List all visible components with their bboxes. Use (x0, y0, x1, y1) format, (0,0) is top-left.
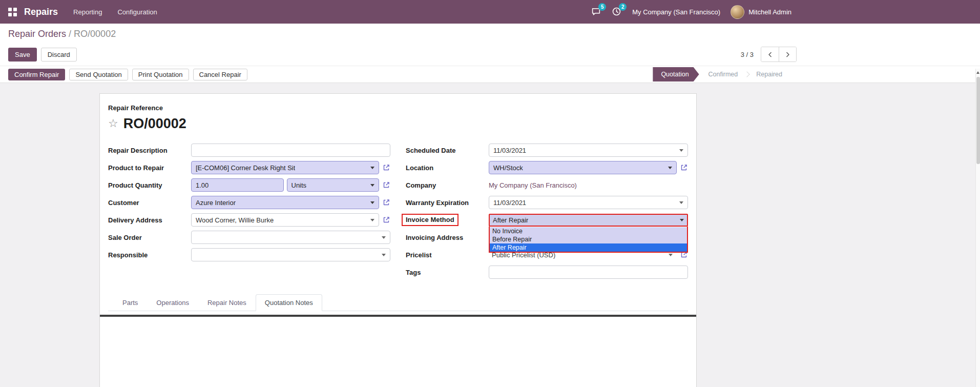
field-row-invoice-method: Invoice Method After Repair No Invoice B… (406, 211, 688, 229)
field-row-tags: Tags (406, 263, 688, 281)
notebook-tabs: Parts Operations Repair Notes Quotation … (108, 294, 688, 311)
field-row-repair-description: Repair Description (108, 141, 390, 159)
product-to-repair-select[interactable]: [E-COM06] Corner Desk Right Sit (191, 161, 379, 174)
dropdown-caret-icon (370, 201, 374, 204)
repair-description-label: Repair Description (108, 147, 191, 154)
field-row-delivery-address: Delivery Address Wood Corner, Willie Bur… (108, 211, 390, 229)
company-value[interactable]: My Company (San Francisco) (489, 181, 577, 189)
delivery-address-label: Delivery Address (108, 216, 191, 224)
form-view: Repair Reference ☆ RO/00002 Repair Descr… (0, 83, 980, 387)
invoice-method-select[interactable]: After Repair (489, 214, 688, 227)
pricelist-label: Pricelist (406, 251, 489, 259)
user-name: Mitchell Admin (748, 8, 791, 16)
invoice-method-label-wrap: Invoice Method (406, 214, 489, 226)
top-navbar: Repairs Reporting Configuration 5 2 My C… (0, 0, 980, 24)
warranty-expiration-input[interactable]: 11/03/2021 (489, 196, 688, 209)
option-after-repair[interactable]: After Repair (490, 243, 687, 252)
discard-button[interactable]: Discard (41, 48, 77, 62)
customer-select[interactable]: Azure Interior (191, 196, 379, 209)
invoice-method-options: No Invoice Before Repair After Repair (489, 227, 688, 253)
uom-select[interactable]: Units (287, 178, 380, 192)
field-row-product-to-repair: Product to Repair [E-COM06] Corner Desk … (108, 159, 390, 176)
state-quotation[interactable]: Quotation (653, 67, 699, 82)
dropdown-caret-icon (382, 236, 386, 239)
invoice-method-select-wrap: After Repair No Invoice Before Repair Af… (489, 214, 688, 227)
tab-operations[interactable]: Operations (147, 294, 198, 311)
navbar-right: 5 2 My Company (San Francisco) Mitchell … (591, 5, 972, 19)
messages-badge: 5 (598, 3, 606, 11)
dropdown-caret-icon (370, 184, 374, 187)
state-pipeline: Quotation Confirmed Repaired (653, 67, 972, 82)
scroll-up-arrow-icon[interactable] (976, 71, 979, 74)
scheduled-date-input[interactable]: 11/03/2021 (489, 144, 688, 157)
favorite-star-icon[interactable]: ☆ (108, 118, 118, 129)
messages-icon[interactable]: 5 (591, 7, 601, 17)
responsible-select[interactable] (191, 248, 390, 261)
control-panel: Save Discard 3 / 3 (0, 43, 980, 66)
pager-next-button[interactable] (779, 47, 796, 62)
breadcrumb-separator: / (69, 29, 74, 39)
dropdown-caret-icon (669, 254, 673, 256)
cancel-repair-button[interactable]: Cancel Repair (193, 69, 247, 80)
dropdown-caret-icon (370, 167, 374, 169)
avatar (731, 5, 744, 19)
delivery-address-select[interactable]: Wood Corner, Willie Burke (191, 213, 379, 227)
send-quotation-button[interactable]: Send Quotation (69, 69, 128, 80)
state-confirmed[interactable]: Confirmed (699, 67, 747, 82)
save-button[interactable]: Save (8, 48, 37, 62)
field-row-customer: Customer Azure Interior (108, 194, 390, 211)
scheduled-date-label: Scheduled Date (406, 147, 489, 154)
user-menu[interactable]: Mitchell Admin (731, 5, 791, 19)
breadcrumb: Repair Orders / RO/00002 (8, 29, 972, 39)
field-row-scheduled-date: Scheduled Date 11/03/2021 (406, 141, 688, 159)
datepicker-caret-icon (679, 149, 683, 152)
field-row-location: Location WH/Stock (406, 159, 688, 176)
dropdown-caret-icon (668, 167, 672, 169)
scrollbar-thumb[interactable] (976, 77, 980, 164)
activities-icon[interactable]: 2 (612, 7, 622, 17)
confirm-repair-button[interactable]: Confirm Repair (8, 69, 65, 80)
app-name[interactable]: Repairs (24, 7, 58, 17)
product-to-repair-label: Product to Repair (108, 164, 191, 172)
location-select[interactable]: WH/Stock (489, 161, 677, 174)
tab-parts[interactable]: Parts (113, 294, 147, 311)
tab-quotation-notes[interactable]: Quotation Notes (256, 294, 322, 311)
pager: 3 / 3 (741, 47, 972, 62)
reference-label: Repair Reference (108, 104, 688, 112)
invoicing-address-label: Invoicing Address (406, 234, 489, 241)
uom-external-link-icon[interactable] (382, 181, 390, 189)
activities-badge: 2 (619, 3, 627, 11)
menu-reporting[interactable]: Reporting (73, 8, 102, 16)
warranty-expiration-label: Warranty Expiration (406, 199, 489, 207)
field-row-warranty-expiration: Warranty Expiration 11/03/2021 (406, 194, 688, 211)
option-no-invoice[interactable]: No Invoice (490, 227, 687, 235)
pager-previous-button[interactable] (761, 47, 779, 62)
field-row-sale-order: Sale Order (108, 229, 390, 246)
company-switcher[interactable]: My Company (San Francisco) (632, 8, 720, 16)
field-row-company: Company My Company (San Francisco) (406, 176, 688, 194)
sale-order-select[interactable] (191, 231, 390, 244)
customer-external-link-icon[interactable] (382, 198, 390, 207)
product-quantity-input[interactable]: 1.00 (191, 178, 284, 192)
location-label: Location (406, 164, 489, 172)
breadcrumb-parent[interactable]: Repair Orders (8, 29, 66, 39)
repair-description-input[interactable] (191, 144, 390, 157)
product-external-link-icon[interactable] (382, 164, 390, 172)
breadcrumb-row: Repair Orders / RO/00002 (0, 24, 980, 43)
tab-repair-notes[interactable]: Repair Notes (198, 294, 256, 311)
left-column: Repair Description Product to Repair [E-… (108, 141, 390, 281)
option-before-repair[interactable]: Before Repair (490, 235, 687, 243)
dropdown-caret-icon (382, 254, 386, 256)
tags-input[interactable] (489, 266, 688, 279)
menu-configuration[interactable]: Configuration (117, 8, 157, 16)
state-repaired[interactable]: Repaired (747, 67, 791, 82)
delivery-address-external-link-icon[interactable] (382, 216, 390, 224)
form-sheet: Repair Reference ☆ RO/00002 Repair Descr… (99, 93, 697, 387)
print-quotation-button[interactable]: Print Quotation (132, 69, 189, 80)
product-quantity-label: Product Quantity (108, 181, 191, 189)
apps-grid-icon[interactable] (8, 8, 17, 16)
vertical-scrollbar[interactable] (975, 69, 980, 387)
company-label: Company (406, 181, 489, 189)
invoice-method-label: Invoice Method (402, 214, 458, 226)
location-external-link-icon[interactable] (680, 164, 688, 172)
